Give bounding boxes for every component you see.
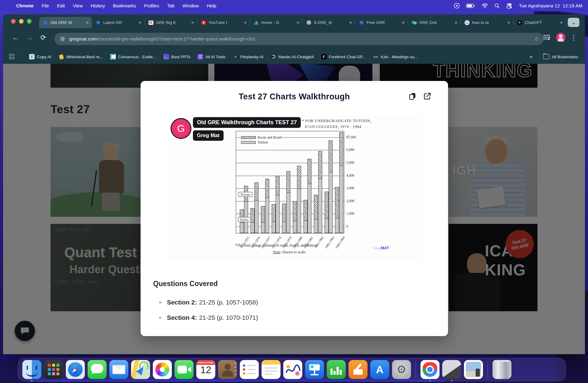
- bookmark-all-ai-tools[interactable]: GPTEAll AI Tools: [198, 54, 225, 59]
- dock-app-store-icon[interactable]: A: [370, 360, 389, 379]
- bookmark-consensus-evide-[interactable]: Consensus - Evide...: [110, 54, 156, 59]
- dock-facetime-icon[interactable]: [175, 360, 194, 379]
- dock-settings-icon[interactable]: ⚙: [392, 360, 411, 379]
- browser-tab-9-gre-bi[interactable]: 9.GRE_bi✕: [303, 17, 355, 28]
- tab-close-icon[interactable]: ✕: [401, 20, 405, 25]
- reload-button[interactable]: ⟳: [40, 34, 46, 42]
- dock-reminders-icon[interactable]: [240, 360, 259, 379]
- control-center-icon[interactable]: [506, 3, 513, 9]
- dock-numbers-icon[interactable]: [327, 360, 346, 379]
- tab-close-icon[interactable]: ✕: [138, 20, 142, 25]
- menu-clock[interactable]: Tue Agrahayana 12 12:19 AM: [519, 3, 582, 8]
- room-board-segment: [314, 195, 318, 220]
- dock-pages-icon[interactable]: [349, 360, 368, 379]
- menu-item-profiles[interactable]: Profiles: [140, 3, 163, 8]
- menu-app-name[interactable]: Chrome: [12, 3, 38, 8]
- dock-contacts-icon[interactable]: [218, 360, 237, 379]
- menu-item-history[interactable]: History: [87, 3, 109, 8]
- bookmark-best-ppts[interactable]: Best PPTs: [164, 54, 190, 59]
- traffic-light-close[interactable]: [11, 19, 16, 24]
- screen-mirroring-icon[interactable]: [454, 2, 460, 9]
- media-controls-icon[interactable]: [543, 34, 551, 41]
- dock-safari-icon[interactable]: [66, 360, 85, 379]
- dock-notes-icon[interactable]: [262, 360, 281, 379]
- dock-downloads-icon[interactable]: [464, 360, 483, 379]
- video-preview[interactable]: G Old GRE Walkthrough Charts TEST 27 Gre…: [166, 115, 422, 259]
- browser-tab-youtube-i[interactable]: YouTube I✕: [197, 17, 250, 28]
- url-text[interactable]: gregmat.com/course/old-gre-walkthroughs?…: [69, 36, 255, 42]
- bookmark-nando-ai-chatgpt4[interactable]: Nando.AI-Chatgpt4: [271, 54, 314, 59]
- bar-public: [282, 204, 286, 233]
- all-bookmarks-label[interactable]: All Bookmarks: [552, 55, 578, 59]
- browser-tab-free-gre[interactable]: Free GRE✕: [355, 17, 408, 28]
- dock-freeform-icon[interactable]: [283, 360, 302, 379]
- bookmarks-overflow-chevrons[interactable]: »: [530, 54, 532, 60]
- menu-item-tab[interactable]: Tab: [163, 3, 179, 8]
- tab-close-icon[interactable]: ✕: [190, 20, 195, 25]
- bookmark-forefront-chat-gp-[interactable]: FForefront Chat-GP...: [321, 54, 366, 59]
- chrome-menu-kebab-icon[interactable]: ⋮: [570, 34, 577, 42]
- dock-trash-icon[interactable]: [492, 360, 511, 379]
- menu-item-window[interactable]: Window: [179, 3, 203, 8]
- tab-close-icon[interactable]: ✕: [296, 20, 300, 25]
- bookmark-tl-dv-meetings-su-[interactable]: tl;dvtl;dv - Meetings su...: [373, 54, 418, 59]
- browser-tab-old-gre-w[interactable]: Old GRE W✕: [39, 17, 92, 28]
- traffic-light-minimize[interactable]: [19, 19, 24, 24]
- dock-keynote-icon[interactable]: [305, 360, 324, 379]
- bookmark-label: Nando.AI-Chatgpt4: [278, 55, 314, 59]
- modal-title: Test 27 Charts Walkthrough: [141, 92, 448, 101]
- browser-tab-gre-onli[interactable]: ✓✓GRE Onli✕: [408, 17, 461, 28]
- menu-item-help[interactable]: Help: [203, 3, 220, 8]
- dock-screenshot-icon[interactable]: [442, 360, 461, 379]
- wifi-icon[interactable]: [481, 3, 488, 8]
- tab-close-icon[interactable]: ✕: [85, 20, 89, 25]
- video-title-badge: Old GRE Walkthrough Charts TEST 27: [193, 117, 301, 128]
- menu-item-view[interactable]: View: [69, 3, 87, 8]
- tab-close-icon[interactable]: ✕: [559, 20, 564, 25]
- tab-close-icon[interactable]: ✕: [507, 20, 511, 25]
- apps-grid-icon[interactable]: [9, 54, 15, 59]
- bookmark-label: Consensus - Evide...: [118, 55, 156, 59]
- bookmark-copy-ai[interactable]: CCopy AI: [29, 54, 51, 59]
- battery-icon[interactable]: [466, 3, 475, 8]
- chart-note: Note: Drawn to scale.: [273, 250, 306, 255]
- back-button[interactable]: ←: [12, 34, 19, 42]
- tab-close-icon[interactable]: ✕: [454, 20, 458, 25]
- dock-messages-icon[interactable]: [88, 360, 107, 379]
- class-details-modal: Test 27 Charts Walkthrough G Old GRE Wal…: [141, 81, 448, 336]
- forward-button[interactable]: →: [26, 34, 33, 42]
- dock-mail-icon[interactable]: [109, 360, 128, 379]
- dock-photos-icon[interactable]: [153, 360, 172, 379]
- browser-tab-how-to-ta[interactable]: Ghow to ta✕: [461, 17, 513, 28]
- menu-item-bookmarks[interactable]: Bookmarks: [109, 3, 140, 8]
- browser-tab-latest-gr[interactable]: Latest GR✕: [92, 17, 145, 28]
- bookmarks-right: » All Bookmarks: [530, 53, 585, 60]
- site-settings-icon[interactable]: [59, 36, 66, 42]
- bookmark-star-icon[interactable]: ☆: [534, 36, 539, 42]
- menu-item-edit[interactable]: Edit: [53, 3, 69, 8]
- tab-overview-chevron-button[interactable]: ⌄: [568, 18, 579, 27]
- dock-launchpad-icon[interactable]: [44, 360, 63, 379]
- dock-calendar-icon[interactable]: AGRAHAYANA12: [196, 360, 215, 379]
- copy-link-icon[interactable]: [408, 92, 417, 101]
- tab-close-icon[interactable]: ✕: [243, 20, 247, 25]
- bookmark-label: Copy AI: [37, 55, 51, 59]
- browser-tab-chatgpt[interactable]: ✳ChatGPT✕: [513, 17, 566, 28]
- browser-tab-gre-big-e[interactable]: MGRE Big E✕: [145, 17, 197, 28]
- bar-private: [254, 182, 258, 233]
- tab-close-icon[interactable]: ✕: [349, 20, 353, 25]
- bookmark-perplexity-ai[interactable]: ✳Perplexity AI: [233, 54, 263, 59]
- dock-maps-icon[interactable]: [131, 360, 150, 379]
- open-external-icon[interactable]: [423, 92, 432, 101]
- dock-finder-icon[interactable]: [22, 360, 41, 379]
- address-bar[interactable]: gregmat.com/course/old-gre-walkthroughs?…: [55, 33, 544, 45]
- browser-tab-home-g[interactable]: Home - G✕: [250, 17, 303, 28]
- all-bookmarks-folder-icon: [543, 54, 549, 59]
- profile-avatar[interactable]: [556, 33, 565, 42]
- spotlight-search-icon[interactable]: [494, 3, 500, 9]
- traffic-light-zoom[interactable]: [27, 19, 32, 24]
- menu-item-file[interactable]: File: [38, 3, 53, 8]
- room-board-segment: [276, 176, 280, 195]
- dock-chrome-icon[interactable]: [420, 360, 439, 379]
- bookmark-whimsical-best-re-[interactable]: Whimsical-Best re...: [58, 54, 103, 59]
